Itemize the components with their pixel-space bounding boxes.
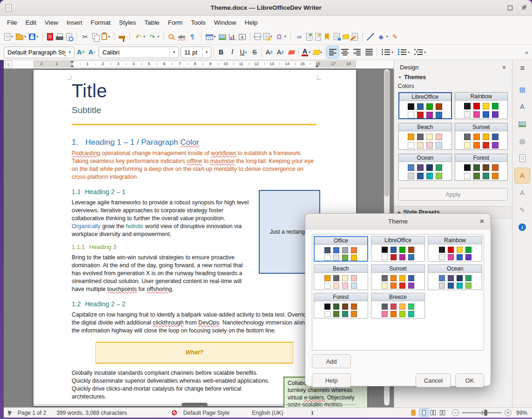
menu-item[interactable]: Table bbox=[140, 17, 163, 28]
sidebar-menu-icon[interactable]: ≡ bbox=[512, 60, 532, 80]
document-content[interactable]: Title Subtitle 1.Heading 1 – 1 / Paragra… bbox=[72, 70, 317, 406]
insert-endnote-button[interactable] bbox=[314, 30, 323, 43]
clear-formatting-button[interactable] bbox=[286, 46, 297, 58]
insert-footnote-button[interactable] bbox=[305, 30, 314, 43]
left-indent-marker[interactable] bbox=[70, 65, 74, 67]
paragraph-style-combo[interactable]: Default Paragraph Style ▾ bbox=[4, 47, 74, 58]
ok-button[interactable]: OK bbox=[455, 373, 484, 387]
theme-set-libreoffice[interactable]: LibreOffice bbox=[398, 92, 452, 119]
insert-hyperlink-button[interactable]: ∞ bbox=[294, 30, 305, 43]
page-style-status[interactable]: Default Page Style bbox=[183, 410, 229, 416]
multi-page-view-button[interactable] bbox=[429, 409, 438, 417]
menu-item[interactable]: Form bbox=[164, 17, 187, 28]
page-break-indicator[interactable] bbox=[182, 403, 208, 407]
language-status[interactable]: English (UK) bbox=[252, 410, 283, 416]
align-center-button[interactable] bbox=[339, 46, 351, 58]
chevron-down-icon[interactable]: ▾ bbox=[169, 47, 178, 58]
insert-line-button[interactable] bbox=[365, 30, 376, 43]
superscript-button[interactable]: A2 bbox=[263, 46, 275, 58]
close-button[interactable]: ✕ bbox=[521, 5, 526, 11]
right-indent-marker[interactable] bbox=[315, 65, 319, 67]
insert-field-button[interactable]: ▾ bbox=[262, 30, 274, 43]
menu-item[interactable]: Window bbox=[210, 17, 241, 28]
basic-shapes-button[interactable]: ◆▾ bbox=[376, 30, 390, 43]
theme-set-sunset[interactable]: Sunset bbox=[455, 123, 508, 150]
dialog-theme-office[interactable]: Office bbox=[314, 236, 368, 262]
help-button[interactable]: Help bbox=[312, 373, 351, 387]
themes-expander[interactable]: ▼ Themes bbox=[394, 73, 512, 82]
update-style-button[interactable]: A⟳ bbox=[75, 46, 87, 58]
dialog-theme-ocean[interactable]: Ocean bbox=[428, 264, 482, 290]
first-line-indent-marker[interactable] bbox=[70, 61, 74, 63]
theme-set-forest[interactable]: Forest bbox=[455, 154, 508, 181]
scrollbar-thumb[interactable] bbox=[384, 71, 389, 196]
find-replace-button[interactable] bbox=[167, 30, 177, 43]
sidebar-tab-styles[interactable]: A bbox=[515, 99, 530, 114]
sidebar-tab-manage-changes[interactable]: ✎ bbox=[515, 203, 530, 217]
zoom-level[interactable]: 99% bbox=[516, 410, 527, 416]
menu-item[interactable]: Insert bbox=[62, 17, 87, 28]
redo-button[interactable]: ↷▾ bbox=[147, 30, 161, 43]
insert-special-character-button[interactable]: Ω▾ bbox=[274, 30, 288, 43]
bold-button[interactable]: B bbox=[215, 46, 227, 58]
sidebar-tab-properties[interactable]: ▤ bbox=[515, 82, 530, 97]
menu-item[interactable]: Edit bbox=[21, 17, 40, 28]
bookmark-status-icon[interactable] bbox=[411, 410, 416, 416]
font-color-button[interactable]: A▾ bbox=[300, 46, 312, 58]
dialog-theme-forest[interactable]: Forest bbox=[314, 293, 368, 318]
italic-button[interactable]: I bbox=[227, 46, 238, 58]
dialog-title-bar[interactable]: Theme ✕ bbox=[305, 214, 491, 230]
paste-button[interactable]: ▾ bbox=[100, 30, 111, 43]
menu-item[interactable]: File bbox=[3, 17, 21, 28]
insert-table-button[interactable]: ▾ bbox=[204, 30, 217, 43]
spelling-button[interactable]: abc bbox=[177, 30, 187, 43]
font-size-combo[interactable]: 11 pt ▾ bbox=[181, 47, 211, 58]
insert-bookmark-button[interactable] bbox=[323, 30, 332, 43]
insert-textbox-button[interactable]: A bbox=[237, 30, 247, 43]
print-preview-button[interactable] bbox=[65, 30, 74, 43]
menu-item[interactable]: Help bbox=[241, 17, 262, 28]
paragraph[interactable]: Capitalize on low hanging fruit to ident… bbox=[72, 311, 317, 335]
save-button[interactable]: ▾ bbox=[27, 30, 40, 43]
heading-2-2[interactable]: 1.2Heading 2 – 2 bbox=[72, 300, 317, 309]
maximize-button[interactable] bbox=[508, 6, 512, 10]
quote-box[interactable]: What? bbox=[95, 342, 293, 364]
menu-item[interactable]: View bbox=[40, 17, 62, 28]
numbered-list-button[interactable]: ▾ bbox=[395, 46, 411, 58]
print-button[interactable] bbox=[54, 30, 65, 43]
sidebar-tab-style-inspector[interactable]: A bbox=[515, 185, 530, 200]
formatting-marks-button[interactable]: ¶ bbox=[187, 30, 198, 43]
zoom-slider[interactable] bbox=[462, 412, 502, 413]
horizontal-ruler[interactable]: 21123456789101112131415161718 bbox=[34, 61, 356, 68]
paragraph-colored[interactable]: Podcasting operational change management… bbox=[72, 149, 317, 181]
insert-page-break-button[interactable] bbox=[253, 30, 262, 43]
doc-subtitle[interactable]: Subtitle bbox=[72, 104, 317, 116]
copy-button[interactable] bbox=[91, 30, 100, 43]
add-button[interactable]: Add bbox=[312, 354, 351, 368]
title-bar[interactable]: Theme.docx — LibreOfficeDev Writer ✕ bbox=[0, 0, 532, 16]
theme-set-ocean[interactable]: Ocean bbox=[398, 154, 452, 181]
page-count-status[interactable]: Page 1 of 2 bbox=[18, 410, 46, 416]
undo-button[interactable]: ↶▾ bbox=[133, 30, 147, 43]
toolbar-overflow-button[interactable]: » bbox=[525, 49, 528, 56]
cancel-button[interactable]: Cancel bbox=[416, 373, 451, 387]
new-style-button[interactable]: A+ bbox=[87, 46, 98, 58]
selection-mode-icon[interactable] bbox=[8, 410, 13, 416]
track-changes-button[interactable] bbox=[350, 30, 359, 43]
menu-item[interactable]: Tools bbox=[187, 17, 210, 28]
insert-image-button[interactable] bbox=[217, 30, 228, 43]
subscript-button[interactable]: A2 bbox=[275, 46, 286, 58]
theme-set-rainbow[interactable]: Rainbow bbox=[455, 92, 508, 119]
apply-button[interactable]: Apply bbox=[398, 188, 508, 201]
chevron-down-icon[interactable]: ▾ bbox=[202, 47, 211, 58]
book-view-button[interactable] bbox=[438, 409, 447, 417]
zoom-out-button[interactable]: − bbox=[452, 409, 459, 416]
chevron-down-icon[interactable]: ▾ bbox=[65, 47, 74, 58]
theme-set-beach[interactable]: Beach bbox=[398, 123, 452, 150]
align-justify-button[interactable] bbox=[363, 46, 375, 58]
new-document-button[interactable]: ▾ bbox=[3, 30, 14, 43]
sidebar-tab-page[interactable] bbox=[515, 151, 530, 166]
insert-comment-button[interactable] bbox=[341, 30, 350, 43]
paragraph[interactable]: Globally incubate standards compliant ch… bbox=[72, 369, 317, 401]
zoom-in-button[interactable]: + bbox=[505, 409, 512, 416]
